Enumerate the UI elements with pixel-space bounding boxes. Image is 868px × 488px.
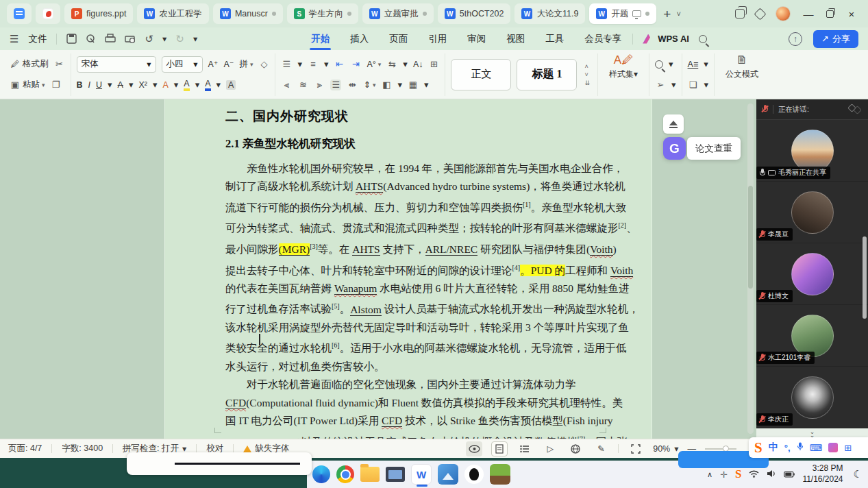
account-avatar[interactable] [776,6,791,21]
bold-button[interactable]: B [77,80,83,90]
arrange-layers-icon[interactable]: ❏ [688,80,699,90]
italic-button[interactable]: I [88,80,90,90]
statusbar-item[interactable]: 字数: 3400 [62,443,103,454]
ribbon-tab-工具[interactable]: 工具 [544,29,565,49]
style-down-icon[interactable]: ˅ [584,71,590,78]
ime-mic-icon[interactable] [797,442,804,453]
window-preview-popup[interactable] [127,452,312,475]
participant-tile[interactable]: 水工2101李睿 [756,305,868,367]
participant-tile[interactable]: 李晟亘 [756,182,868,243]
ink-pen-icon[interactable]: ✎ [593,441,609,456]
eye-protection-icon[interactable] [466,441,482,456]
increase-indent-icon[interactable]: ⇥ [350,59,361,70]
ribbon-tab-引用[interactable]: 引用 [427,29,448,49]
zoom-level[interactable]: 90% [653,444,670,454]
taskbar-app-qq[interactable] [464,465,484,484]
redo-icon[interactable]: ↻ [175,33,184,45]
tabs-overview-icon[interactable] [735,9,745,19]
copy-icon[interactable]: ❐ [51,80,62,90]
ime-apps-grid-icon[interactable]: ⊞ [844,443,852,453]
grid-frame-icon[interactable]: ⊞ [428,59,439,70]
taskbar-app-edge[interactable] [312,465,330,483]
style-up-icon[interactable]: ˄ [584,63,590,70]
wifi-icon[interactable] [749,469,759,480]
zoom-slider[interactable] [705,448,736,450]
share-button[interactable]: ↗ 分享 [813,30,858,48]
document-tab[interactable] [36,3,60,24]
line-spacing-button[interactable]: ⇕▾ [363,80,375,90]
search-icon[interactable] [699,35,707,43]
justify-icon[interactable]: ☰ [330,80,341,90]
shrink-font-button[interactable]: A⁻ [223,59,234,69]
align-left-icon[interactable]: ⫷ [281,80,292,90]
style-set-button[interactable]: A🖉 样式集▾ [604,53,643,96]
cloud-upload-icon[interactable]: ↑ [789,32,802,46]
ribbon-tab-插入[interactable]: 插入 [349,29,370,49]
document-tab[interactable]: W农业工程学 [137,3,209,24]
document-tab[interactable]: W开题 [589,3,656,24]
document-scrollbar[interactable] [747,103,754,434]
restore-button[interactable] [826,10,834,18]
document-tab[interactable]: W立题审批 [362,3,434,24]
paste-button[interactable]: ▣粘贴▾ [10,79,45,90]
taskbar-app-chrome[interactable] [336,465,354,483]
document-tab[interactable]: W大论文11.9 [514,3,585,24]
find-icon[interactable] [655,60,663,69]
print-icon[interactable] [105,34,116,44]
document-tab[interactable] [7,3,32,24]
style-normal[interactable]: 正文 [451,59,511,90]
numbered-list-icon[interactable]: ≡ [308,59,319,70]
undo-icon[interactable]: ↺ [145,33,153,45]
document-page[interactable]: 二、国内外研究现状 2.1 亲鱼型水轮机研究现状 亲鱼性水轮机国外研究较早，在 … [164,99,652,439]
ribbon-tab-审阅[interactable]: 审阅 [466,29,487,49]
collapse-panel-button[interactable] [663,114,684,134]
ime-punctuation-toggle[interactable]: °, [784,443,791,453]
web-view-icon[interactable] [567,441,584,456]
ribbon-tab-视图[interactable]: 视图 [505,29,526,49]
file-menu[interactable]: 文件 [28,33,47,45]
participant-tile[interactable]: 李庆正 [756,367,868,428]
official-doc-mode-button[interactable]: 🗎 公文模式 [720,53,764,96]
ime-keyboard-icon[interactable]: ⌨ [810,443,823,453]
border-icon[interactable]: ▦ [408,80,419,90]
print-preview-icon[interactable] [125,34,136,44]
close-button[interactable]: × [845,8,858,20]
outline-view-icon[interactable] [517,441,533,456]
participant-tile[interactable]: 杜博文 [756,243,868,305]
taskbar-clock[interactable]: 3:28 PM 11/16/2024 [802,463,843,485]
save-icon[interactable] [66,34,77,44]
taskbar-app-game[interactable] [490,464,510,485]
bullet-list-icon[interactable]: ☰ [281,59,292,70]
ribbon-tab-开始[interactable]: 开始 [310,29,331,49]
style-heading1[interactable]: 标题 1 [517,59,577,90]
volume-icon[interactable] [767,469,776,480]
workspace-icon[interactable] [754,8,766,20]
taskbar-app-gallery[interactable] [438,464,458,485]
taskbar-app-display[interactable] [386,467,405,482]
fit-page-icon[interactable] [628,441,644,456]
case-convert-icon[interactable]: ⇆ [386,59,397,70]
taskbar-app-wps[interactable]: W [411,464,432,485]
muted-mic-icon[interactable] [762,105,768,114]
ime-language-toggle[interactable]: 中 [769,441,778,454]
char-shading-button[interactable]: A [226,80,236,90]
select-cursor-icon[interactable]: ➢ [655,80,666,90]
battery-icon[interactable] [784,469,795,480]
style-more-icon[interactable]: ⇊ [584,80,590,86]
distribute-icon[interactable]: ⇹ [347,80,358,90]
document-tab[interactable]: WManuscr [213,3,283,24]
quickbar-more-chevron-icon[interactable]: ▾ [193,34,197,44]
page-view-icon[interactable] [491,441,508,456]
taskbar-app-folder[interactable] [360,467,380,482]
strikethrough-button[interactable]: A [118,80,123,90]
ime-skin-icon[interactable] [828,443,838,452]
ribbon-tab-页面[interactable]: 页面 [388,29,409,49]
document-tab[interactable]: Pfigures.ppt [64,3,133,24]
document-canvas[interactable]: 二、国内外研究现状 2.1 亲鱼型水轮机研究现状 亲鱼性水轮机国外研究较早，在 … [0,99,756,439]
superscript-button[interactable]: X² [138,80,147,90]
shading-icon[interactable]: ◧ [381,80,392,90]
wps-ai-button[interactable]: WPS AI [643,34,689,44]
cut-icon[interactable]: ✂ [54,59,65,70]
align-center-icon[interactable]: ≋ [297,80,308,90]
sort-button[interactable]: A↓ [413,60,423,69]
